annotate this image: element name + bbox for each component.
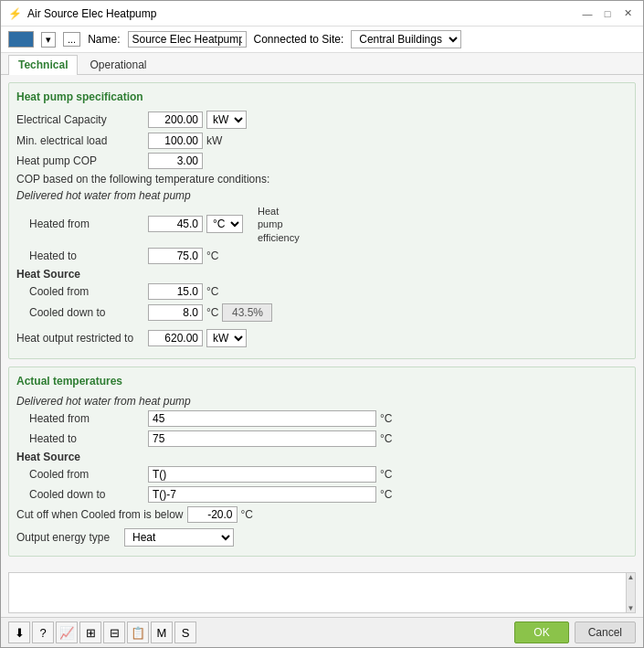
cop-input[interactable]	[148, 153, 203, 169]
chevron-down-icon: ▾	[46, 34, 51, 46]
actual-temps-section: Actual temperatures Delivered hot water …	[8, 366, 636, 557]
heated-to-input-spec[interactable]	[148, 248, 203, 264]
cutoff-label: Cut off when Cooled from is below	[16, 508, 184, 521]
cutoff-row: Cut off when Cooled from is below °C	[16, 506, 628, 523]
heated-to-label-spec: Heated to	[16, 250, 144, 262]
heated-from-label-actual: Heated from	[16, 412, 144, 425]
heat-source-inputs: Cooled from °C Cooled down to °C 43.5%	[16, 283, 628, 325]
cooled-down-to-input-actual[interactable]	[148, 486, 376, 503]
grid-remove-icon-button[interactable]: ⊟	[103, 621, 125, 643]
delivered-label-actual: Delivered hot water from heat pump	[16, 395, 628, 408]
cooled-from-row-spec: Cooled from °C	[16, 283, 628, 300]
heat-source-group: Cooled from °C Cooled down to °C 43.5%	[16, 283, 628, 325]
main-content: Heat pump specification Electrical Capac…	[1, 75, 643, 572]
heat-pump-spec-title: Heat pump specification	[16, 90, 628, 103]
color-swatch[interactable]	[8, 31, 34, 48]
name-label: Name:	[88, 33, 120, 46]
cop-row: Heat pump COP	[16, 153, 628, 169]
cooled-from-input-actual[interactable]	[148, 466, 376, 483]
heat-pump-spec-section: Heat pump specification Electrical Capac…	[8, 82, 636, 359]
efficiency-display: 43.5%	[222, 303, 272, 322]
cooled-down-to-row-spec: Cooled down to °C 43.5%	[16, 303, 628, 322]
log-area: ▲ ▼	[8, 572, 636, 613]
cancel-button[interactable]: Cancel	[575, 621, 636, 643]
cutoff-input[interactable]	[187, 506, 238, 523]
cooled-from-label-actual: Cooled from	[16, 468, 144, 481]
heated-from-input-actual[interactable]	[148, 410, 376, 427]
m-icon-button[interactable]: M	[151, 621, 173, 643]
grid-add-icon-button[interactable]: ⊞	[79, 621, 101, 643]
chart-icon-button[interactable]: 📈	[56, 621, 78, 643]
heated-to-input-actual[interactable]	[148, 430, 376, 447]
heated-to-unit-actual: °C	[380, 432, 392, 445]
tab-technical[interactable]: Technical	[8, 55, 78, 75]
electrical-capacity-row: Electrical Capacity kW	[16, 111, 628, 129]
heated-from-unit-spec[interactable]: °C	[206, 215, 243, 233]
output-type-label: Output energy type	[16, 531, 117, 544]
tabs-row: Technical Operational	[1, 53, 643, 75]
cop-label: Heat pump COP	[16, 154, 144, 167]
heat-output-row: Heat output restricted to kW	[16, 329, 628, 347]
heat-output-input[interactable]	[148, 330, 203, 346]
heated-from-row-actual: Heated from °C	[16, 410, 628, 427]
min-elec-load-label: Min. electrical load	[16, 134, 144, 147]
cooled-from-row-actual: Cooled from °C	[16, 466, 628, 483]
heated-from-row-spec: Heated from °C Heatpumpefficiency	[16, 205, 628, 244]
heated-to-row-spec: Heated to °C	[16, 248, 628, 264]
scrollbar[interactable]: ▲ ▼	[626, 573, 635, 612]
site-select[interactable]: Central Buildings	[351, 30, 461, 48]
cooled-from-unit-actual: °C	[380, 468, 392, 481]
action-buttons: OK Cancel	[514, 621, 636, 643]
actual-temps-title: Actual temperatures	[16, 375, 628, 388]
heated-from-unit-actual: °C	[380, 412, 392, 425]
help-icon-button[interactable]: ?	[32, 621, 54, 643]
heated-to-row-actual: Heated to °C	[16, 430, 628, 447]
electrical-capacity-unit-select[interactable]: kW	[206, 111, 247, 129]
heat-source-label-actual: Heat Source	[16, 451, 628, 463]
heated-from-label-spec: Heated from	[16, 218, 144, 230]
close-button[interactable]: ✕	[619, 5, 636, 22]
output-type-select[interactable]: Heat	[124, 528, 234, 547]
s-icon-button[interactable]: S	[174, 621, 196, 643]
cooled-down-to-unit-actual: °C	[380, 488, 392, 501]
heated-from-input-spec[interactable]	[148, 216, 203, 232]
electrical-capacity-input[interactable]	[148, 112, 203, 128]
cooled-from-unit-spec: °C	[206, 285, 218, 298]
cooled-down-to-label-actual: Cooled down to	[16, 488, 144, 501]
heat-source-label-spec: Heat Source	[16, 268, 628, 281]
min-elec-load-input[interactable]	[148, 133, 203, 149]
min-elec-load-row: Min. electrical load kW	[16, 133, 628, 149]
download-icon-button[interactable]: ⬇	[8, 621, 30, 643]
cop-info-text: COP based on the following temperature c…	[16, 173, 628, 186]
tab-operational[interactable]: Operational	[79, 55, 156, 74]
bottom-bar: ⬇ ? 📈 ⊞ ⊟ 📋 M S OK Cancel	[1, 617, 643, 647]
toolbar-icons: ⬇ ? 📈 ⊞ ⊟ 📋 M S	[8, 621, 196, 643]
heated-to-unit-spec: °C	[206, 250, 218, 262]
delivered-label-spec: Delivered hot water from heat pump	[16, 189, 628, 202]
cooled-down-to-row-actual: Cooled down to °C	[16, 486, 628, 503]
minimize-button[interactable]: —	[579, 5, 596, 22]
site-label: Connected to Site:	[254, 33, 344, 46]
cooled-from-label-spec: Cooled from	[16, 285, 144, 298]
electrical-capacity-label: Electrical Capacity	[16, 113, 144, 126]
output-type-row: Output energy type Heat	[16, 528, 628, 547]
heat-output-label: Heat output restricted to	[16, 332, 144, 345]
min-elec-load-unit: kW	[206, 134, 222, 147]
cooled-down-to-label-spec: Cooled down to	[16, 306, 144, 319]
cooled-down-to-input-spec[interactable]	[148, 304, 203, 321]
toolbar-row: ▾ ... Name: Connected to Site: Central B…	[1, 27, 643, 53]
cooled-from-input-spec[interactable]	[148, 283, 203, 300]
color-dropdown-button[interactable]: ▾	[41, 32, 56, 48]
cutoff-unit: °C	[241, 508, 253, 521]
window-title: Air Source Elec Heatpump	[27, 7, 156, 20]
window-icon: ⚡	[8, 7, 22, 20]
copy-icon-button[interactable]: 📋	[127, 621, 149, 643]
title-bar: ⚡ Air Source Elec Heatpump — □ ✕	[1, 1, 643, 27]
maximize-button[interactable]: □	[599, 5, 616, 22]
ok-button[interactable]: OK	[514, 621, 568, 643]
more-button[interactable]: ...	[63, 32, 80, 47]
cooled-down-to-unit-spec: °C	[206, 306, 218, 319]
heat-output-unit-select[interactable]: kW	[206, 329, 247, 347]
name-input[interactable]	[128, 31, 247, 48]
heated-to-label-actual: Heated to	[16, 432, 144, 445]
